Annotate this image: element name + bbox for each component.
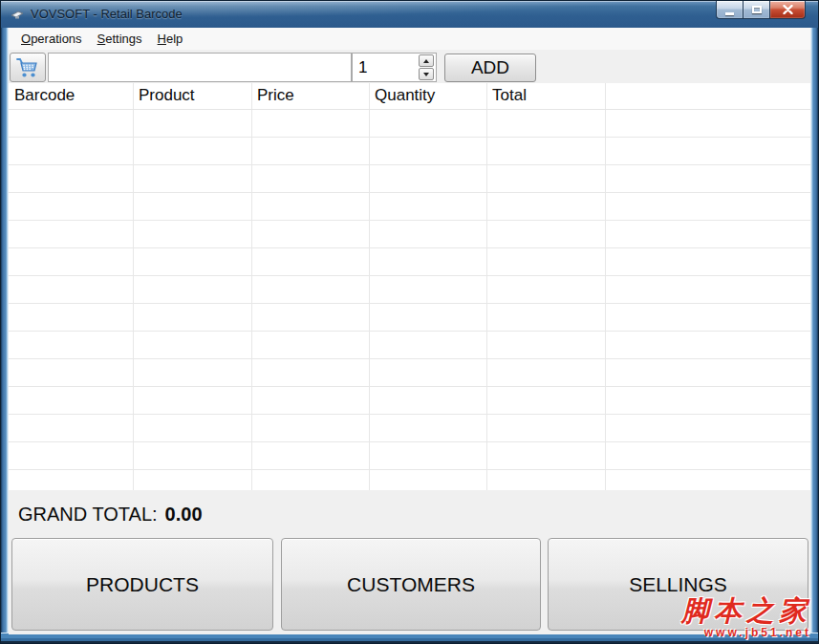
grid-line bbox=[369, 83, 370, 490]
window-border-right bbox=[810, 28, 818, 634]
barcode-scanner-icon bbox=[10, 7, 25, 22]
grid-line bbox=[486, 83, 487, 490]
column-header-barcode[interactable]: Barcode bbox=[9, 83, 133, 109]
close-button[interactable] bbox=[769, 1, 806, 19]
menubar: Operations Settings Help bbox=[9, 28, 810, 50]
shopping-cart-icon bbox=[15, 56, 40, 79]
menu-settings[interactable]: Settings bbox=[90, 29, 150, 49]
column-header-quantity[interactable]: Quantity bbox=[369, 83, 486, 109]
quantity-spinner bbox=[352, 53, 437, 82]
toolbar: ADD bbox=[9, 50, 810, 84]
window-title: VOVSOFT - Retail Barcode bbox=[31, 1, 183, 27]
window-controls bbox=[716, 1, 806, 19]
minimize-button[interactable] bbox=[716, 1, 743, 19]
products-button[interactable]: PRODUCTS bbox=[11, 538, 273, 631]
minimize-icon bbox=[725, 12, 734, 15]
column-header-price[interactable]: Price bbox=[251, 83, 369, 109]
add-button[interactable]: ADD bbox=[444, 54, 536, 82]
client-area: Operations Settings Help bbox=[9, 28, 810, 634]
footer-buttons: PRODUCTS CUSTOMERS SELLINGS bbox=[9, 538, 810, 634]
grid-line bbox=[251, 83, 252, 490]
quantity-input[interactable] bbox=[353, 54, 412, 81]
chevron-up-icon bbox=[423, 59, 429, 63]
maximize-button[interactable] bbox=[743, 1, 769, 19]
spin-up-button[interactable] bbox=[419, 54, 434, 67]
titlebar[interactable]: VOVSOFT - Retail Barcode bbox=[1, 1, 818, 28]
grand-total-value: 0.00 bbox=[165, 504, 203, 526]
cart-button[interactable] bbox=[10, 53, 46, 82]
grand-total-bar: GRAND TOTAL: 0.00 bbox=[9, 491, 810, 538]
column-header-total[interactable]: Total bbox=[486, 83, 605, 109]
customers-button[interactable]: CUSTOMERS bbox=[281, 538, 541, 631]
items-table[interactable]: Barcode Product Price Quantity Total bbox=[9, 83, 810, 490]
close-icon bbox=[783, 5, 793, 14]
grand-total-label: GRAND TOTAL: bbox=[18, 504, 158, 526]
chevron-down-icon bbox=[423, 73, 429, 76]
maximize-icon bbox=[752, 6, 762, 13]
column-header-filler bbox=[605, 83, 810, 109]
spin-down-button[interactable] bbox=[419, 68, 434, 80]
grid-line bbox=[605, 83, 606, 490]
menu-help[interactable]: Help bbox=[150, 29, 191, 49]
grid-line bbox=[133, 83, 134, 490]
window-border-left bbox=[1, 28, 9, 634]
table-header: Barcode Product Price Quantity Total bbox=[9, 83, 810, 110]
spinner-buttons bbox=[419, 54, 434, 80]
column-header-product[interactable]: Product bbox=[133, 83, 251, 109]
table-body bbox=[9, 110, 810, 490]
app-window: VOVSOFT - Retail Barcode Operations Sett… bbox=[0, 0, 819, 644]
barcode-input[interactable] bbox=[48, 53, 352, 82]
menu-operations[interactable]: Operations bbox=[13, 29, 90, 49]
sellings-button[interactable]: SELLINGS bbox=[548, 538, 808, 631]
